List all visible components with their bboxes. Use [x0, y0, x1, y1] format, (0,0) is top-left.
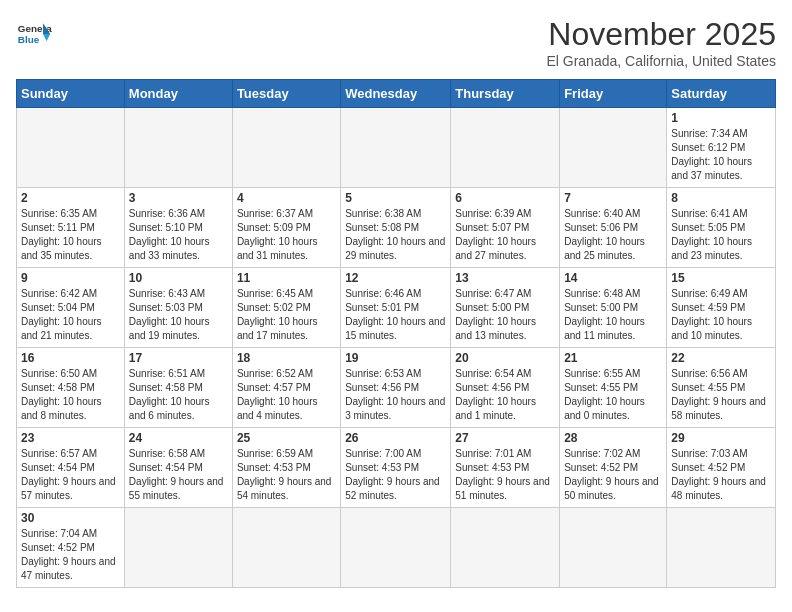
calendar-cell: 16Sunrise: 6:50 AM Sunset: 4:58 PM Dayli…	[17, 348, 125, 428]
week-row-2: 2Sunrise: 6:35 AM Sunset: 5:11 PM Daylig…	[17, 188, 776, 268]
calendar-cell: 28Sunrise: 7:02 AM Sunset: 4:52 PM Dayli…	[560, 428, 667, 508]
day-info: Sunrise: 6:37 AM Sunset: 5:09 PM Dayligh…	[237, 207, 336, 263]
day-info: Sunrise: 6:52 AM Sunset: 4:57 PM Dayligh…	[237, 367, 336, 423]
calendar-cell: 19Sunrise: 6:53 AM Sunset: 4:56 PM Dayli…	[341, 348, 451, 428]
calendar-cell: 4Sunrise: 6:37 AM Sunset: 5:09 PM Daylig…	[232, 188, 340, 268]
day-info: Sunrise: 7:00 AM Sunset: 4:53 PM Dayligh…	[345, 447, 446, 503]
calendar-cell: 8Sunrise: 6:41 AM Sunset: 5:05 PM Daylig…	[667, 188, 776, 268]
title-block: November 2025 El Granada, California, Un…	[546, 16, 776, 69]
calendar-cell	[124, 108, 232, 188]
column-header-friday: Friday	[560, 80, 667, 108]
calendar-cell	[341, 108, 451, 188]
day-info: Sunrise: 6:46 AM Sunset: 5:01 PM Dayligh…	[345, 287, 446, 343]
day-number: 19	[345, 351, 446, 365]
day-number: 16	[21, 351, 120, 365]
day-number: 7	[564, 191, 662, 205]
calendar-cell	[560, 108, 667, 188]
calendar-cell: 17Sunrise: 6:51 AM Sunset: 4:58 PM Dayli…	[124, 348, 232, 428]
column-header-thursday: Thursday	[451, 80, 560, 108]
calendar-table: SundayMondayTuesdayWednesdayThursdayFrid…	[16, 79, 776, 588]
day-number: 27	[455, 431, 555, 445]
day-number: 2	[21, 191, 120, 205]
logo: General Blue	[16, 16, 52, 52]
calendar-cell	[560, 508, 667, 588]
calendar-cell	[232, 508, 340, 588]
day-info: Sunrise: 6:57 AM Sunset: 4:54 PM Dayligh…	[21, 447, 120, 503]
day-info: Sunrise: 7:04 AM Sunset: 4:52 PM Dayligh…	[21, 527, 120, 583]
day-number: 28	[564, 431, 662, 445]
svg-text:Blue: Blue	[18, 34, 40, 45]
day-info: Sunrise: 6:41 AM Sunset: 5:05 PM Dayligh…	[671, 207, 771, 263]
calendar-cell: 18Sunrise: 6:52 AM Sunset: 4:57 PM Dayli…	[232, 348, 340, 428]
day-info: Sunrise: 7:01 AM Sunset: 4:53 PM Dayligh…	[455, 447, 555, 503]
day-info: Sunrise: 6:56 AM Sunset: 4:55 PM Dayligh…	[671, 367, 771, 423]
calendar-cell: 12Sunrise: 6:46 AM Sunset: 5:01 PM Dayli…	[341, 268, 451, 348]
column-header-monday: Monday	[124, 80, 232, 108]
calendar-cell: 7Sunrise: 6:40 AM Sunset: 5:06 PM Daylig…	[560, 188, 667, 268]
day-info: Sunrise: 6:42 AM Sunset: 5:04 PM Dayligh…	[21, 287, 120, 343]
calendar-cell: 20Sunrise: 6:54 AM Sunset: 4:56 PM Dayli…	[451, 348, 560, 428]
calendar-cell: 21Sunrise: 6:55 AM Sunset: 4:55 PM Dayli…	[560, 348, 667, 428]
svg-marker-3	[43, 34, 50, 41]
day-info: Sunrise: 6:47 AM Sunset: 5:00 PM Dayligh…	[455, 287, 555, 343]
calendar-cell	[17, 108, 125, 188]
day-number: 15	[671, 271, 771, 285]
calendar-cell	[124, 508, 232, 588]
calendar-cell: 30Sunrise: 7:04 AM Sunset: 4:52 PM Dayli…	[17, 508, 125, 588]
day-number: 22	[671, 351, 771, 365]
calendar-cell: 27Sunrise: 7:01 AM Sunset: 4:53 PM Dayli…	[451, 428, 560, 508]
calendar-cell	[667, 508, 776, 588]
calendar-cell: 3Sunrise: 6:36 AM Sunset: 5:10 PM Daylig…	[124, 188, 232, 268]
calendar-cell: 6Sunrise: 6:39 AM Sunset: 5:07 PM Daylig…	[451, 188, 560, 268]
day-info: Sunrise: 6:38 AM Sunset: 5:08 PM Dayligh…	[345, 207, 446, 263]
day-number: 10	[129, 271, 228, 285]
calendar-cell: 23Sunrise: 6:57 AM Sunset: 4:54 PM Dayli…	[17, 428, 125, 508]
day-info: Sunrise: 6:51 AM Sunset: 4:58 PM Dayligh…	[129, 367, 228, 423]
day-info: Sunrise: 7:34 AM Sunset: 6:12 PM Dayligh…	[671, 127, 771, 183]
day-info: Sunrise: 6:45 AM Sunset: 5:02 PM Dayligh…	[237, 287, 336, 343]
day-info: Sunrise: 6:49 AM Sunset: 4:59 PM Dayligh…	[671, 287, 771, 343]
calendar-cell: 13Sunrise: 6:47 AM Sunset: 5:00 PM Dayli…	[451, 268, 560, 348]
day-number: 30	[21, 511, 120, 525]
day-number: 12	[345, 271, 446, 285]
calendar-cell: 22Sunrise: 6:56 AM Sunset: 4:55 PM Dayli…	[667, 348, 776, 428]
day-number: 18	[237, 351, 336, 365]
location-subtitle: El Granada, California, United States	[546, 53, 776, 69]
day-number: 20	[455, 351, 555, 365]
day-number: 29	[671, 431, 771, 445]
week-row-6: 30Sunrise: 7:04 AM Sunset: 4:52 PM Dayli…	[17, 508, 776, 588]
week-row-4: 16Sunrise: 6:50 AM Sunset: 4:58 PM Dayli…	[17, 348, 776, 428]
calendar-cell: 29Sunrise: 7:03 AM Sunset: 4:52 PM Dayli…	[667, 428, 776, 508]
week-row-5: 23Sunrise: 6:57 AM Sunset: 4:54 PM Dayli…	[17, 428, 776, 508]
day-number: 3	[129, 191, 228, 205]
day-number: 25	[237, 431, 336, 445]
calendar-cell: 10Sunrise: 6:43 AM Sunset: 5:03 PM Dayli…	[124, 268, 232, 348]
column-header-saturday: Saturday	[667, 80, 776, 108]
calendar-cell: 1Sunrise: 7:34 AM Sunset: 6:12 PM Daylig…	[667, 108, 776, 188]
day-info: Sunrise: 6:58 AM Sunset: 4:54 PM Dayligh…	[129, 447, 228, 503]
calendar-cell: 11Sunrise: 6:45 AM Sunset: 5:02 PM Dayli…	[232, 268, 340, 348]
week-row-1: 1Sunrise: 7:34 AM Sunset: 6:12 PM Daylig…	[17, 108, 776, 188]
calendar-header-row: SundayMondayTuesdayWednesdayThursdayFrid…	[17, 80, 776, 108]
calendar-cell: 24Sunrise: 6:58 AM Sunset: 4:54 PM Dayli…	[124, 428, 232, 508]
column-header-sunday: Sunday	[17, 80, 125, 108]
day-info: Sunrise: 7:03 AM Sunset: 4:52 PM Dayligh…	[671, 447, 771, 503]
column-header-wednesday: Wednesday	[341, 80, 451, 108]
day-number: 17	[129, 351, 228, 365]
calendar-cell: 25Sunrise: 6:59 AM Sunset: 4:53 PM Dayli…	[232, 428, 340, 508]
day-number: 1	[671, 111, 771, 125]
calendar-cell	[451, 508, 560, 588]
day-info: Sunrise: 6:35 AM Sunset: 5:11 PM Dayligh…	[21, 207, 120, 263]
column-header-tuesday: Tuesday	[232, 80, 340, 108]
day-number: 23	[21, 431, 120, 445]
day-info: Sunrise: 6:39 AM Sunset: 5:07 PM Dayligh…	[455, 207, 555, 263]
day-number: 13	[455, 271, 555, 285]
day-number: 6	[455, 191, 555, 205]
week-row-3: 9Sunrise: 6:42 AM Sunset: 5:04 PM Daylig…	[17, 268, 776, 348]
day-info: Sunrise: 6:43 AM Sunset: 5:03 PM Dayligh…	[129, 287, 228, 343]
calendar-cell	[451, 108, 560, 188]
day-info: Sunrise: 6:54 AM Sunset: 4:56 PM Dayligh…	[455, 367, 555, 423]
calendar-cell	[341, 508, 451, 588]
day-number: 26	[345, 431, 446, 445]
day-number: 9	[21, 271, 120, 285]
